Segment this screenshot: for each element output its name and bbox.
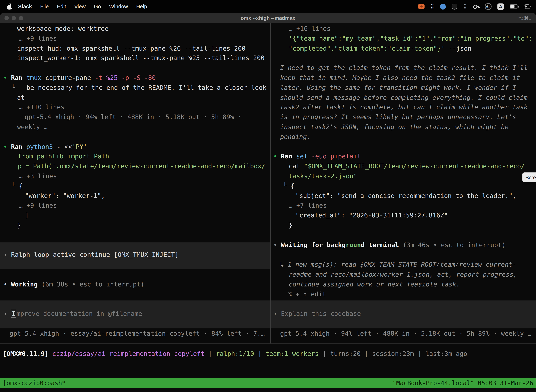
text-segment xyxy=(292,153,296,160)
text-segment: [OMX#0.11.9] xyxy=(3,350,48,357)
text-segment: ] xyxy=(25,212,29,219)
close-button[interactable] xyxy=(5,16,9,20)
minimize-button[interactable] xyxy=(12,16,16,20)
left-terminal-pane[interactable]: workspace_mode: worktree… +9 linesinspec… xyxy=(0,23,270,343)
terminal-line: ⌥ + ↑ edit xyxy=(271,289,536,299)
dark-app-icon[interactable] xyxy=(452,4,457,9)
apple-menu-icon[interactable] xyxy=(7,3,12,9)
text-segment: Ran xyxy=(281,153,292,160)
text-segment: ralph:1/10 xyxy=(216,350,254,357)
terminal-line: "worker": "worker-1", xyxy=(0,191,270,201)
terminal-line: keep that in mind. Maybe I also need the… xyxy=(271,73,536,83)
app-grid-icon[interactable]: ⣿ xyxy=(430,3,434,10)
terminal-line xyxy=(0,132,270,142)
menu-item-window[interactable]: Window xyxy=(105,3,132,9)
terminal-line: • Ran tmux capture-pane -t %25 -p -S -80 xyxy=(0,73,270,83)
screenshot-notification[interactable]: Scre xyxy=(522,173,536,182)
menu-item-slack[interactable]: Slack xyxy=(14,3,36,9)
text-segment xyxy=(7,280,11,288)
terminal-line: └ be necessary for the end of the README… xyxy=(0,83,270,93)
battery-percent-badge[interactable]: 61 xyxy=(485,3,492,10)
terminal-line xyxy=(271,319,536,329)
text-segment: gpt-5.4 xhigh · essay/ai-reimplementatio… xyxy=(10,330,265,337)
menu-item-view[interactable]: View xyxy=(70,3,90,9)
terminal-line: › Improve documentation in @filename xyxy=(0,309,270,319)
text-segment: continue assigned work or next feasible … xyxy=(289,280,460,288)
terminal-line: … +110 lines xyxy=(0,103,270,112)
window-title-bar: omx --xhigh --madmax ⌥⌘1 xyxy=(0,13,536,23)
text-segment: keep that in mind. Maybe I also need the… xyxy=(280,74,520,81)
text-segment xyxy=(23,143,26,150)
text-segment: gpt-5.4 xhigh · 94% left · 488K in · 5.1… xyxy=(25,113,242,121)
text-segment: Waiting for backg xyxy=(281,241,345,248)
key-icon[interactable] xyxy=(473,3,479,9)
text-segment: should send a message before completing … xyxy=(280,94,527,101)
text-segment: • xyxy=(3,280,7,288)
text-segment: | xyxy=(254,350,266,357)
text-segment: team:1 workers xyxy=(266,350,319,357)
terminal-line: └ { xyxy=(271,181,536,191)
text-segment: … +9 lines xyxy=(19,202,57,209)
text-segment: "worker": "worker-1", xyxy=(25,192,105,199)
text-segment xyxy=(277,241,281,248)
menu-item-file[interactable]: File xyxy=(36,3,53,9)
dots-grid-icon[interactable]: ⣿ xyxy=(463,3,467,10)
text-segment: from pathlib import Path xyxy=(18,153,109,160)
text-segment: is in progress? It seems likely but perh… xyxy=(280,113,516,121)
text-segment: } xyxy=(289,221,293,229)
terminal-line xyxy=(0,63,270,73)
text-segment: { xyxy=(291,182,294,190)
terminal-line: task2 after task1 is complete, but can I… xyxy=(271,103,536,112)
battery-icon[interactable] xyxy=(510,5,518,9)
text-segment xyxy=(7,74,11,81)
control-center-icon[interactable] xyxy=(524,4,531,9)
text-segment: cat xyxy=(289,163,300,170)
terminal-line: p = Path('.omx/state/team/review-current… xyxy=(0,162,270,171)
terminal-line xyxy=(0,240,270,250)
text-segment: | xyxy=(361,350,372,357)
text-segment: I need to get the claim token from the c… xyxy=(280,64,527,71)
terminal-line xyxy=(271,250,536,260)
text-segment: -80 xyxy=(140,74,156,81)
terminal-line xyxy=(271,53,536,63)
menu-item-edit[interactable]: Edit xyxy=(53,3,70,9)
input-source-icon[interactable]: A xyxy=(497,3,504,10)
text-segment: ↳ xyxy=(280,261,288,268)
text-segment: turns:20 xyxy=(330,350,361,357)
left-pane-lines: workspace_mode: worktree… +9 linesinspec… xyxy=(0,23,270,343)
blue-app-icon[interactable] xyxy=(440,4,446,9)
text-segment xyxy=(48,350,52,357)
terminal-line: weekly … xyxy=(0,122,270,132)
terminal-line xyxy=(271,230,536,240)
terminal-line: tasks/task-2.json" xyxy=(271,171,536,181)
zoom-button[interactable] xyxy=(19,16,23,20)
menu-item-help[interactable]: Help xyxy=(132,3,151,9)
text-segment: at xyxy=(17,94,25,101)
terminal-line: • Ran set -euo pipefail xyxy=(271,152,536,162)
right-terminal-pane[interactable]: … +16 lines'{"team_name":"my-team","task… xyxy=(271,23,536,343)
terminal-line: • Ran python3 - <<'PY' xyxy=(0,142,270,152)
text-segment: › xyxy=(273,310,277,317)
text-segment: • xyxy=(273,153,277,160)
window-shortcut-hint: ⌥⌘1 xyxy=(518,13,531,23)
terminal-line: inspect task2's JSON, focusing on the st… xyxy=(271,122,536,132)
text-segment: session:23m xyxy=(372,350,414,357)
text-segment: (3m 46s • esc to interrupt) xyxy=(403,241,506,248)
terminal-line: … +7 lines xyxy=(271,201,536,211)
window-title: omx --xhigh --madmax xyxy=(241,15,295,21)
text-segment: Ran xyxy=(11,74,23,81)
text-segment xyxy=(277,153,281,160)
text-segment: • xyxy=(3,74,7,81)
text-segment: mprove documentation in @filename xyxy=(17,310,142,317)
text-segment: set xyxy=(296,153,308,160)
screen-recording-icon[interactable] xyxy=(418,4,425,9)
terminal-line: later. Using the same for transition mig… xyxy=(271,83,536,93)
text-segment: %25 xyxy=(102,74,118,81)
menu-item-go[interactable]: Go xyxy=(90,3,105,9)
terminal-line: gpt-5.4 xhigh · 94% left · 488K in · 5.1… xyxy=(271,329,536,338)
text-segment: Ralph loop active continue [OMX_TMUX_INJ… xyxy=(7,251,178,258)
text-segment: … +3 lines xyxy=(19,173,57,180)
terminal-line: at xyxy=(0,93,270,103)
text-segment xyxy=(23,74,26,81)
pane-divider[interactable] xyxy=(270,23,271,343)
